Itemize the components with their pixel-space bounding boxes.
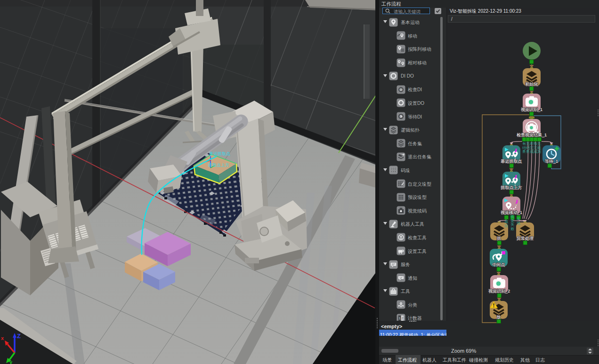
svg-text:视觉识别_2: 视觉识别_2 — [488, 289, 510, 293]
svg-text:中间点: 中间点 — [493, 262, 505, 267]
svg-text:视觉识别_1: 视觉识别_1 — [521, 107, 542, 112]
svg-text:视觉移动_1: 视觉移动_1 — [501, 210, 522, 215]
svg-text:异常处理: 异常处理 — [517, 236, 534, 241]
svg-text:Z: Z — [17, 332, 21, 340]
svg-text:等待_1: 等待_1 — [545, 159, 558, 164]
svg-text:果: 果 — [522, 150, 526, 154]
svg-text:抓取点上方: 抓取点上方 — [501, 185, 522, 190]
svg-text:败: 败 — [510, 227, 514, 231]
svg-text:放: 放 — [497, 315, 501, 319]
svg-text:成: 成 — [530, 150, 534, 154]
svg-text:x: x — [1, 335, 4, 341]
svg-text:功: 功 — [504, 224, 508, 228]
svg-text:果: 果 — [526, 150, 530, 154]
svg-text:靠近抓取点: 靠近抓取点 — [501, 159, 522, 164]
svg-text:检查视觉结果_1: 检查视觉结果_1 — [517, 133, 547, 137]
svg-text:抓: 抓 — [497, 236, 502, 241]
svg-text:y: y — [9, 359, 13, 364]
svg-text:初始化: 初始化 — [526, 82, 539, 87]
svg-text:他: 他 — [517, 221, 520, 225]
svg-text:成: 成 — [534, 150, 537, 154]
svg-text:划: 划 — [537, 150, 541, 154]
svg-text:靠近抓取点: 靠近抓取点 — [209, 151, 230, 156]
svg-text:抓取点上方: 抓取点上方 — [208, 163, 229, 167]
